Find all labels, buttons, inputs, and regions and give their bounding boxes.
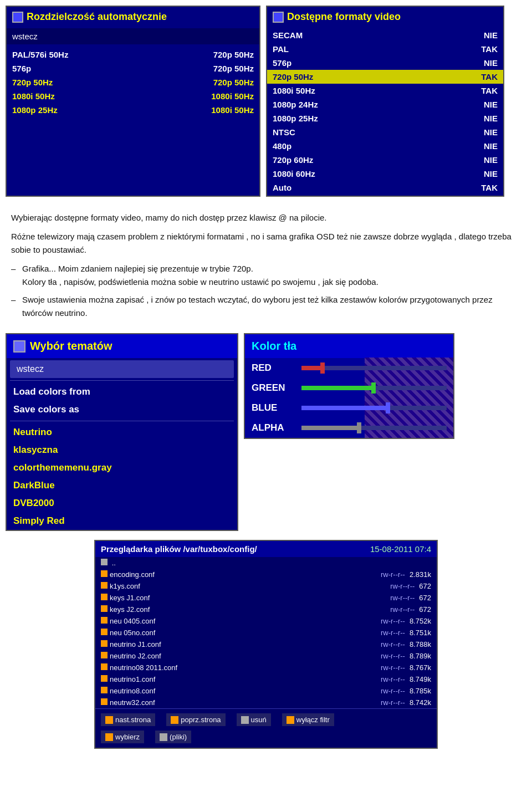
screen5-footer: nast.strona poprz.strona usuń wyłącz fil… <box>95 708 437 731</box>
list-item-load-colors[interactable]: Load colors from <box>7 383 237 401</box>
color-row-alpha[interactable]: ALPHA <box>245 418 453 438</box>
table-row[interactable]: 720p 60HzNIE <box>267 153 503 167</box>
screen5-title-text: Przeglądarka plików /var/tuxbox/config/ <box>101 544 257 554</box>
table-row-selected[interactable]: 720p 50HzTAK <box>267 70 503 84</box>
screen-filebrowser-wrapper: Przeglądarka plików /var/tuxbox/config/ … <box>0 540 532 749</box>
btn-wybierz[interactable]: wybierz <box>101 731 144 743</box>
list-item-colorthememenu[interactable]: colorthememenu.gray <box>7 459 237 477</box>
folder-icon <box>101 559 108 565</box>
table-row[interactable]: 1080i 60HzNIE <box>267 167 503 181</box>
table-row[interactable]: AutoTAK <box>267 181 503 195</box>
file-row[interactable]: neutrino1.conf rw-r--r--8.749k <box>95 673 437 685</box>
file-row[interactable]: neutrino J1.conf rw-r--r--8.788k <box>95 639 437 650</box>
file-row[interactable]: neu 05no.conf rw-r--r--8.751k <box>95 627 437 639</box>
file-row[interactable]: neu 0405.conf rw-r--r--8.752k <box>95 615 437 627</box>
list-item-save-colors[interactable]: Save colors as <box>7 401 237 418</box>
table-row[interactable]: 1080p 25HzNIE <box>267 111 503 125</box>
file-row-updir[interactable]: .. <box>95 557 437 569</box>
list-item-darkblue[interactable]: DarkBlue <box>7 477 237 494</box>
screen3-back-button[interactable]: wstecz <box>10 360 234 378</box>
table-row[interactable]: 1080i 50Hz 1080i 50Hz <box>7 89 259 103</box>
list-item-neutrino[interactable]: Neutrino <box>7 423 237 441</box>
color-row-red[interactable]: RED <box>245 358 453 378</box>
btn-pliki[interactable]: (pliki) <box>155 731 191 743</box>
separator <box>10 380 234 381</box>
table-row[interactable]: 1080i 50HzTAK <box>267 84 503 98</box>
screen5-timestamp: 15-08-2011 07:4 <box>370 544 431 554</box>
table-row[interactable]: 1080p 24HzNIE <box>267 98 503 111</box>
file-row[interactable]: k1ys.conf rw-r--r--672 <box>95 580 437 592</box>
screen5-footer2: wybierz (pliki) <box>95 731 437 748</box>
screen2-rows: SECAMNIE PALTAK 576pNIE 720p 50HzTAK 108… <box>267 27 503 196</box>
screen-themes: Wybór tematów wstecz Load colors from Sa… <box>6 333 238 531</box>
screen-filebrowser: Przeglądarka plików /var/tuxbox/config/ … <box>94 540 438 749</box>
file-row[interactable]: keys J2.conf rw-r--r--672 <box>95 604 437 615</box>
file-row[interactable]: neutrino J2.conf rw-r--r--8.789k <box>95 650 437 662</box>
file-icon <box>101 687 108 693</box>
screen1-icon <box>12 12 23 23</box>
btn-nast-strona[interactable]: nast.strona <box>101 713 155 726</box>
file-icon <box>101 582 108 589</box>
color-row-blue[interactable]: BLUE <box>245 398 453 418</box>
screen-formats: Dostępne formaty video SECAMNIE PALTAK 5… <box>266 6 504 197</box>
list-item-klasyczna[interactable]: klasyczna <box>7 441 237 459</box>
select-icon <box>105 733 113 741</box>
file-row[interactable]: encoding.conf rw-r--r--2.831k <box>95 569 437 580</box>
top-screenshots-section: Rozdzielczość automatycznie wstecz PAL/5… <box>0 0 532 202</box>
screen2-icon <box>273 12 284 23</box>
file-row[interactable]: neutrino08 2011.conf rw-r--r--8.767k <box>95 662 437 673</box>
file-icon <box>101 675 108 682</box>
table-row[interactable]: 576p 720p 50Hz <box>7 62 259 75</box>
separator <box>10 421 234 421</box>
screen3-title: Wybór tematów <box>7 334 237 358</box>
screen1-back-button[interactable]: wstecz <box>7 28 259 44</box>
btn-usun[interactable]: usuń <box>237 713 271 726</box>
screen5-title: Przeglądarka plików /var/tuxbox/config/ … <box>95 541 437 557</box>
table-row[interactable]: 480pNIE <box>267 139 503 153</box>
file-icon <box>101 570 108 577</box>
page-prev-icon <box>171 716 178 724</box>
screen1-rows: PAL/576i 50Hz 720p 50Hz 576p 720p 50Hz 7… <box>7 45 259 119</box>
screen2-title: Dostępne formaty video <box>267 7 503 27</box>
page-next-icon <box>105 716 113 724</box>
screen1-title: Rozdzielczość automatycznie <box>7 7 259 27</box>
table-row[interactable]: 576pNIE <box>267 56 503 70</box>
file-row[interactable]: keys J1.conf rw-r--r--672 <box>95 592 437 604</box>
table-row[interactable]: 720p 50Hz 720p 50Hz <box>7 75 259 89</box>
file-icon <box>101 652 108 658</box>
file-row[interactable]: neutrw32.conf rw-r--r--8.742k <box>95 697 437 708</box>
screen4-title: Kolor tła <box>245 334 453 358</box>
file-icon <box>101 640 108 647</box>
screen3-icon <box>13 340 25 353</box>
file-icon <box>101 617 108 624</box>
screen1-title-text: Rozdzielczość automatycznie <box>27 11 167 23</box>
screen-color: Kolor tła RED GREEN <box>244 333 454 439</box>
table-row[interactable]: SECAMNIE <box>267 28 503 42</box>
main-text: Wybierając dostępne formaty video, mamy … <box>0 202 532 333</box>
files-icon <box>160 733 167 741</box>
file-icon <box>101 629 108 635</box>
table-row[interactable]: 1080p 25Hz 1080i 50Hz <box>7 103 259 117</box>
screen2-title-text: Dostępne formaty video <box>287 11 401 23</box>
list-item-simplyred[interactable]: Simply Red <box>7 512 237 530</box>
table-row[interactable]: PALTAK <box>267 42 503 56</box>
btn-poprz-strona[interactable]: poprz.strona <box>166 713 225 726</box>
text-para2: Różne telewizory mają czasem problem z n… <box>11 230 521 257</box>
table-row[interactable]: NTSCNIE <box>267 125 503 139</box>
file-icon <box>101 605 108 612</box>
btn-wylacz-filtr[interactable]: wyłącz filtr <box>282 713 334 726</box>
file-row[interactable]: neutrino8.conf rw-r--r--8.785k <box>95 685 437 697</box>
table-row[interactable]: PAL/576i 50Hz 720p 50Hz <box>7 48 259 62</box>
screen3-title-text: Wybór tematów <box>30 340 112 353</box>
text-para1: Wybierając dostępne formaty video, mamy … <box>11 211 521 224</box>
file-icon <box>101 594 108 600</box>
color-row-green[interactable]: GREEN <box>245 378 453 398</box>
file-icon <box>101 698 108 705</box>
file-icon <box>101 663 108 670</box>
bottom-screenshots-section: Wybór tematów wstecz Load colors from Sa… <box>0 333 532 531</box>
filter-icon <box>287 716 294 724</box>
screen-resolution: Rozdzielczość automatycznie wstecz PAL/5… <box>6 6 260 197</box>
text-bullet1: Grafika... Moim zdaniem najlepiej się pr… <box>11 262 521 289</box>
list-item-dvb2000[interactable]: DVB2000 <box>7 494 237 512</box>
text-bullet3: Swoje ustawienia można zapisać , i znów … <box>11 293 521 320</box>
